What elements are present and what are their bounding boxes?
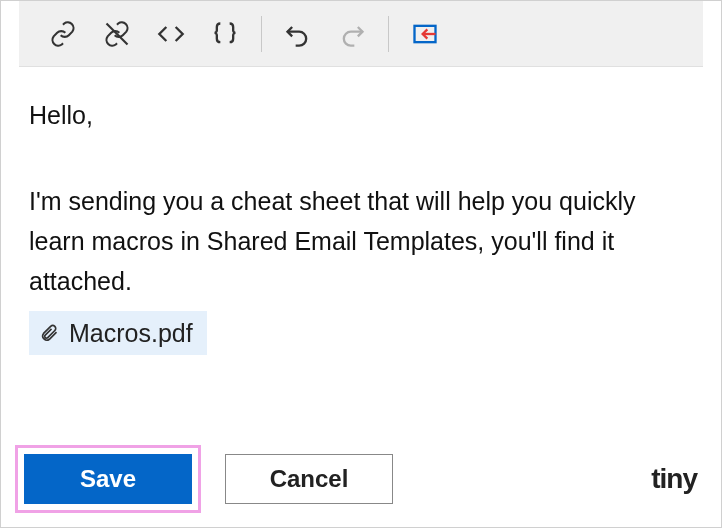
- editor-toolbar: [19, 1, 703, 67]
- redo-icon[interactable]: [332, 14, 372, 54]
- cancel-button[interactable]: Cancel: [225, 454, 393, 504]
- code-icon[interactable]: [151, 14, 191, 54]
- unlink-icon[interactable]: [97, 14, 137, 54]
- save-button[interactable]: Save: [24, 454, 192, 504]
- footer-bar: Save Cancel tiny: [15, 445, 707, 513]
- toolbar-divider: [261, 16, 262, 52]
- save-highlight-box: Save: [15, 445, 201, 513]
- editor-content[interactable]: Hello, I'm sending you a cheat sheet tha…: [1, 67, 721, 355]
- attachment-filename: Macros.pdf: [69, 313, 193, 353]
- toolbar-divider: [388, 16, 389, 52]
- greeting-text: Hello,: [29, 95, 693, 135]
- braces-icon[interactable]: [205, 14, 245, 54]
- tiny-brand-logo: tiny: [651, 463, 707, 495]
- attachment-chip[interactable]: Macros.pdf: [29, 311, 207, 355]
- body-text: I'm sending you a cheat sheet that will …: [29, 181, 693, 301]
- link-icon[interactable]: [43, 14, 83, 54]
- paperclip-icon: [39, 323, 59, 343]
- undo-icon[interactable]: [278, 14, 318, 54]
- insert-icon[interactable]: [405, 14, 445, 54]
